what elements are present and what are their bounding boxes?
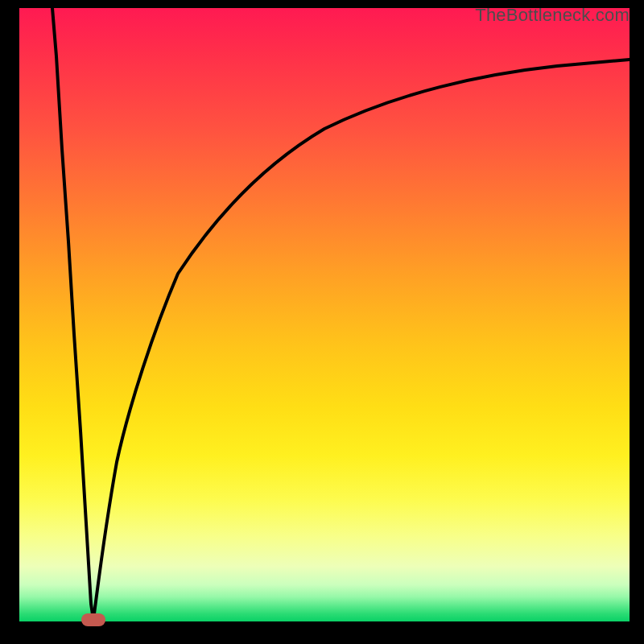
plot-area [19, 8, 630, 621]
left-branch-curve [52, 8, 93, 620]
outer-frame: TheBottleneck.com [0, 0, 644, 644]
curves-layer [19, 8, 630, 621]
right-branch-curve [93, 60, 630, 620]
